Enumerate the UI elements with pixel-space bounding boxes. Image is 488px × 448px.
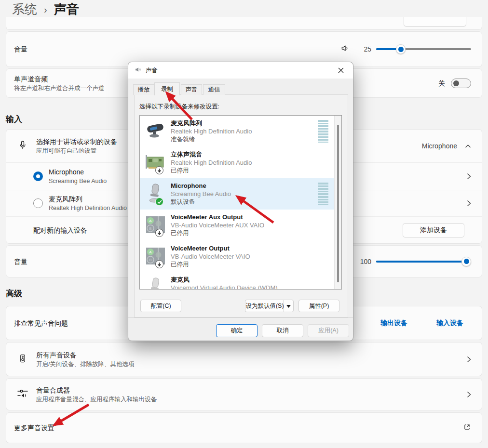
- dialog-titlebar[interactable]: 声音: [128, 62, 353, 79]
- sound-dialog: 声音 播放 录制 声音 通信 选择以下录制设备来修改设置: 麦克风阵列 Real…: [128, 62, 353, 341]
- set-default-dropdown-button[interactable]: [284, 300, 294, 312]
- tab-recording[interactable]: 录制: [154, 82, 180, 95]
- troubleshoot-label: 排查常见声音问题: [14, 318, 68, 328]
- set-default-button[interactable]: 设为默认值(S): [245, 300, 284, 312]
- dialog-speaker-icon: [135, 66, 142, 75]
- mono-toggle-state: 关: [438, 79, 445, 88]
- apply-button[interactable]: 应用(A): [308, 324, 349, 337]
- more-sound-settings-label: 更多声音设置: [14, 423, 54, 433]
- device-desc: VB-Audio VoiceMeeter AUX VAIO: [171, 221, 264, 229]
- ok-button[interactable]: 确定: [216, 324, 258, 337]
- properties-button[interactable]: 属性(P): [298, 300, 339, 312]
- device-desc: Realtek High Definition Audio: [171, 158, 252, 167]
- input-volume-label: 音量: [14, 257, 27, 266]
- dialog-prompt: 选择以下录制设备来修改设置:: [139, 103, 219, 111]
- input-device-desc: Screaming Bee Audio: [49, 177, 107, 185]
- device-name: 立体声混音: [171, 150, 252, 158]
- level-meter: [318, 120, 328, 143]
- dialog-title: 声音: [146, 66, 158, 75]
- device-row-mic-array[interactable]: 麦克风阵列 Realtek High Definition Audio 准备就绪: [140, 116, 341, 147]
- recording-device-list[interactable]: 麦克风阵列 Realtek High Definition Audio 准备就绪…: [139, 115, 342, 290]
- device-status: 已停用: [171, 261, 250, 269]
- microphone-icon: [18, 140, 27, 152]
- device-row-microphone-selected[interactable]: Microphone Screaming Bee Audio 默认设备: [140, 178, 341, 210]
- cut-off-button[interactable]: [404, 17, 466, 26]
- tab-communications[interactable]: 通信: [203, 84, 225, 95]
- down-arrow-badge-icon: [155, 166, 163, 174]
- pair-device-label: 配对新的输入设备: [33, 225, 87, 235]
- cancel-button[interactable]: 取消: [262, 324, 303, 337]
- input-choose-title: 选择用于讲话或录制的设备: [36, 137, 117, 146]
- mono-audio-title: 单声道音频: [14, 74, 105, 84]
- device-name: 麦克风阵列: [171, 119, 252, 127]
- svg-text:B: B: [149, 258, 151, 262]
- mixer-icon: [17, 388, 28, 401]
- volume-mixer-card[interactable]: 音量合成器 应用程序音量混合、应用程序输入和输出设备: [6, 378, 482, 410]
- close-icon[interactable]: [332, 63, 350, 78]
- device-row-voicemod-mic[interactable]: 麦克风 Voicemod Virtual Audio Device (WDM): [140, 272, 341, 290]
- device-desc: Realtek High Definition Audio: [171, 127, 252, 135]
- dialog-separator: [128, 317, 353, 318]
- output-volume-value: 25: [357, 45, 371, 53]
- more-sound-settings-card[interactable]: 更多声音设置: [6, 412, 482, 443]
- device-name: 麦克风: [171, 276, 278, 284]
- chevron-right-icon[interactable]: [467, 173, 471, 180]
- all-sound-devices-card[interactable]: 所有声音设备 开启/关闭设备、排除故障、其他选项: [6, 342, 482, 376]
- device-status: 已停用: [171, 229, 264, 237]
- input-device-name: 麦克风阵列: [49, 194, 127, 204]
- svg-text:A: A: [149, 250, 152, 254]
- advanced-section-header: 高级: [6, 288, 22, 299]
- all-sound-devices-subtitle: 开启/关闭设备、排除故障、其他选项: [36, 360, 134, 369]
- output-volume-slider[interactable]: [376, 44, 471, 54]
- device-desc: VB-Audio VoiceMeeter VAIO: [171, 252, 250, 261]
- input-selected-device: Microphone: [422, 141, 457, 151]
- page-title: 声音: [54, 1, 79, 18]
- svg-text:A: A: [149, 219, 152, 223]
- device-list-scrollbar[interactable]: [334, 116, 341, 289]
- device-desc: Voicemod Virtual Audio Device (WDM): [171, 284, 278, 290]
- tab-playback[interactable]: 播放: [133, 84, 154, 95]
- mic-array-device-icon: [145, 120, 166, 142]
- device-desc: Screaming Bee Audio: [171, 190, 231, 198]
- all-sound-devices-title: 所有声音设备: [36, 350, 134, 360]
- input-devices-link[interactable]: 输入设备: [436, 319, 463, 328]
- voicemod-mic-device-icon: [145, 277, 166, 290]
- speaker-box-icon: [18, 354, 27, 365]
- device-name: VoiceMeeter Aux Output: [171, 213, 264, 221]
- output-devices-link[interactable]: 输出设备: [380, 319, 407, 328]
- device-status: 默认设备: [171, 198, 231, 206]
- input-choose-subtitle: 应用可能有自己的设置: [36, 146, 117, 155]
- radio-unselected[interactable]: [33, 198, 43, 208]
- radio-selected[interactable]: [33, 171, 43, 181]
- input-volume-value: 100: [357, 258, 371, 265]
- breadcrumb-separator: ›: [44, 3, 47, 15]
- device-name: VoiceMeeter Output: [171, 244, 250, 252]
- chevron-right-icon[interactable]: [467, 200, 471, 207]
- scrollbar-thumb[interactable]: [337, 125, 339, 282]
- add-device-button[interactable]: 添加设备: [403, 223, 464, 237]
- down-arrow-badge-icon: [155, 260, 163, 268]
- speaker-icon: [340, 43, 350, 55]
- input-volume-slider[interactable]: [376, 257, 471, 266]
- breadcrumb: 系统 › 声音: [12, 1, 79, 18]
- breadcrumb-system[interactable]: 系统: [12, 1, 37, 18]
- device-row-voicemeeter-aux[interactable]: AB VoiceMeeter Aux Output VB-Audio Voice…: [140, 210, 341, 241]
- configure-button[interactable]: 配置(C): [140, 300, 181, 312]
- cut-off-card: [6, 17, 482, 30]
- device-row-stereo-mix[interactable]: 立体声混音 Realtek High Definition Audio 已停用: [140, 147, 341, 178]
- output-volume-slider-thumb[interactable]: [396, 44, 406, 54]
- green-check-badge-icon: [155, 198, 163, 206]
- device-row-voicemeeter-output[interactable]: AB VoiceMeeter Output VB-Audio VoiceMeet…: [140, 241, 341, 272]
- input-volume-slider-thumb[interactable]: [461, 257, 471, 266]
- device-status: 已停用: [171, 167, 252, 175]
- volume-mixer-subtitle: 应用程序音量混合、应用程序输入和输出设备: [36, 395, 157, 404]
- dropdown-arrow-icon: [286, 303, 291, 309]
- chevron-up-icon[interactable]: [465, 144, 471, 148]
- sound-settings-screen: 系统 › 声音 音量 25 单声道音频 将左声道和右声道合并成一个声道: [0, 0, 488, 448]
- chevron-right-icon: [467, 356, 471, 363]
- volume-mixer-title: 音量合成器: [36, 385, 157, 395]
- tab-sounds[interactable]: 声音: [181, 84, 202, 95]
- external-link-icon: [463, 423, 471, 433]
- device-name: Microphone: [171, 182, 231, 190]
- mono-audio-toggle[interactable]: [451, 79, 471, 88]
